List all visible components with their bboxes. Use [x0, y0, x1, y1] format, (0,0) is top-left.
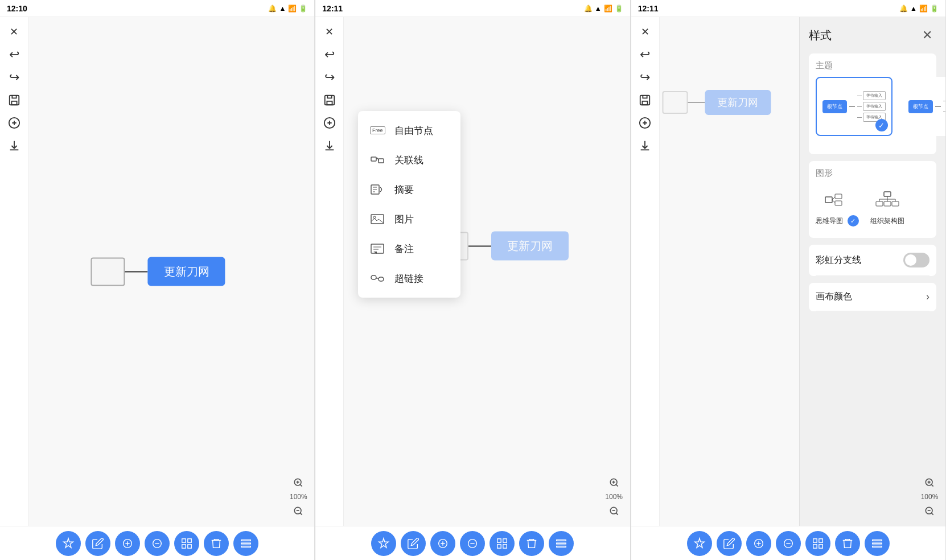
panel2-zoom-in[interactable]	[605, 473, 623, 492]
panel2-connector	[468, 245, 491, 246]
panel1-root-node[interactable]	[91, 257, 125, 286]
panel2-redo-btn[interactable]: ↪	[319, 67, 340, 88]
svg-rect-15	[327, 101, 332, 105]
rainbow-toggle[interactable]	[903, 253, 929, 267]
svg-rect-13	[241, 546, 251, 547]
panel2-zoom: 100%	[605, 473, 623, 520]
panel1-zoom-out[interactable]	[289, 502, 307, 520]
svg-rect-17	[371, 157, 376, 161]
panel3-root-node[interactable]	[662, 91, 688, 114]
style-panel-close-btn[interactable]: ✕	[918, 26, 936, 44]
panel1-delete-btn[interactable]	[204, 531, 229, 556]
panel1-add-btn[interactable]	[4, 113, 24, 133]
panel1-undo-btn[interactable]: ↩	[4, 44, 24, 65]
theme-card-2[interactable]: 根节点 等待输入 等待输入	[902, 77, 945, 136]
panel2-edit-btn[interactable]	[401, 531, 426, 556]
panel3-menu-btn[interactable]	[865, 531, 890, 556]
panel1: 12:10 🔔 ▲ 📶 🔋 ✕ ↩ ↪ 更新刀网	[0, 0, 315, 560]
panel3-zoom: 100%	[920, 473, 939, 520]
panel3-zoom-out[interactable]	[920, 502, 939, 520]
svg-rect-56	[876, 201, 883, 206]
panel2-magic-btn[interactable]	[371, 531, 396, 556]
panel2: 12:11 🔔 ▲ 📶 🔋 ✕ ↩ ↪ 更新刀网	[315, 0, 630, 560]
panel3-delete-btn[interactable]	[835, 531, 860, 556]
summary-icon	[369, 182, 385, 197]
panel2-menu-btn[interactable]	[549, 531, 574, 556]
panel3-mindmap: 更新刀网	[662, 90, 771, 115]
svg-rect-25	[371, 244, 384, 253]
panel3-fit-btn[interactable]	[805, 531, 830, 556]
panel3-edit-btn[interactable]	[717, 531, 742, 556]
panel3-save-btn[interactable]	[635, 90, 655, 110]
svg-rect-43	[643, 101, 648, 105]
panel3-close-btn[interactable]: ✕	[635, 22, 655, 42]
canvas-color-chevron[interactable]: ›	[926, 291, 929, 303]
panel3-canvas-preview[interactable]: 更新刀网	[660, 17, 802, 188]
svg-rect-29	[379, 277, 384, 281]
panel3-child-node[interactable]: 更新刀网	[705, 90, 771, 115]
panel2-zoom-out[interactable]	[605, 502, 623, 520]
theme1-preview-root: 根节点	[822, 100, 847, 113]
panel2-fit-btn[interactable]	[490, 531, 515, 556]
svg-rect-41	[557, 546, 566, 547]
panel1-download-btn[interactable]	[4, 135, 24, 156]
panel3-redo-btn[interactable]: ↪	[635, 67, 655, 88]
panel1-menu-btn[interactable]	[233, 531, 258, 556]
panel2-save-btn[interactable]	[319, 90, 340, 110]
svg-rect-69	[873, 546, 882, 547]
popup-image[interactable]: 图片	[358, 204, 460, 234]
panel3-signal-icon: 📶	[919, 5, 928, 13]
panel2-delete-btn[interactable]	[519, 531, 544, 556]
popup-note[interactable]: 备注	[358, 234, 460, 263]
panel2-add-btn[interactable]	[319, 113, 340, 133]
svg-rect-67	[873, 540, 882, 541]
panel2-zoom-level: 100%	[605, 493, 623, 501]
panel3-connector	[688, 102, 705, 103]
svg-rect-35	[497, 538, 501, 542]
rainbow-section: 彩虹分支线	[809, 245, 936, 276]
panel1-magic-btn[interactable]	[56, 531, 81, 556]
panel3-zoom-in[interactable]	[920, 473, 939, 492]
panel2-battery-icon: 🔋	[615, 5, 623, 13]
panel3-download-btn[interactable]	[635, 135, 655, 156]
panel3-collapse-btn[interactable]	[776, 531, 801, 556]
mindmap-shape-item[interactable]: 思维导图 ✓	[816, 189, 859, 227]
panel3-expand-btn[interactable]	[746, 531, 771, 556]
theme-card-1[interactable]: 根节点 等待输入 等待输入	[816, 77, 892, 136]
panel1-expand-btn[interactable]	[115, 531, 140, 556]
panel2-download-btn[interactable]	[319, 135, 340, 156]
panel3-add-btn[interactable]	[635, 113, 655, 133]
panel2-child-node[interactable]: 更新刀网	[491, 232, 569, 261]
panel1-node-group: 更新刀网	[91, 257, 225, 286]
popup-relation-line[interactable]: 关联线	[358, 145, 460, 175]
panel1-save-btn[interactable]	[4, 90, 24, 110]
org-shape-item[interactable]: 组织架构图	[870, 190, 904, 226]
panel3-battery-icon: 🔋	[930, 5, 939, 13]
panel1-edit-btn[interactable]	[85, 531, 110, 556]
popup-summary[interactable]: 摘要	[358, 175, 460, 204]
panel3-wifi-icon: ▲	[910, 5, 917, 13]
panel1-close-btn[interactable]: ✕	[4, 22, 24, 42]
panel1-child-node[interactable]: 更新刀网	[148, 257, 225, 286]
panel1-zoom-in[interactable]	[289, 473, 307, 492]
panel2-collapse-btn[interactable]	[460, 531, 485, 556]
panel1-canvas[interactable]: 更新刀网	[28, 17, 314, 526]
popup-free-node[interactable]: Free 自由节点	[358, 116, 460, 145]
canvas-color-label: 画布颜色	[816, 291, 852, 303]
panel1-collapse-btn[interactable]	[145, 531, 170, 556]
rainbow-row: 彩虹分支线	[816, 245, 929, 276]
panel1-fit-btn[interactable]	[174, 531, 199, 556]
panel3-magic-btn[interactable]	[687, 531, 712, 556]
popup-hyperlink[interactable]: 超链接	[358, 263, 460, 293]
panel2-close-btn[interactable]: ✕	[319, 22, 340, 42]
panel2-undo-btn[interactable]: ↩	[319, 44, 340, 65]
panel2-bottom-toolbar	[315, 526, 630, 560]
panel2-expand-btn[interactable]	[430, 531, 455, 556]
theme-preview-2: 根节点 等待输入 等待输入	[908, 84, 945, 129]
panel3-undo-btn[interactable]: ↩	[635, 44, 655, 65]
svg-rect-1	[11, 101, 17, 105]
svg-rect-57	[884, 201, 891, 206]
panel1-redo-btn[interactable]: ↪	[4, 67, 24, 88]
mindmap-shape-label: 思维导图	[816, 216, 843, 226]
battery-icon: 🔋	[299, 5, 307, 13]
